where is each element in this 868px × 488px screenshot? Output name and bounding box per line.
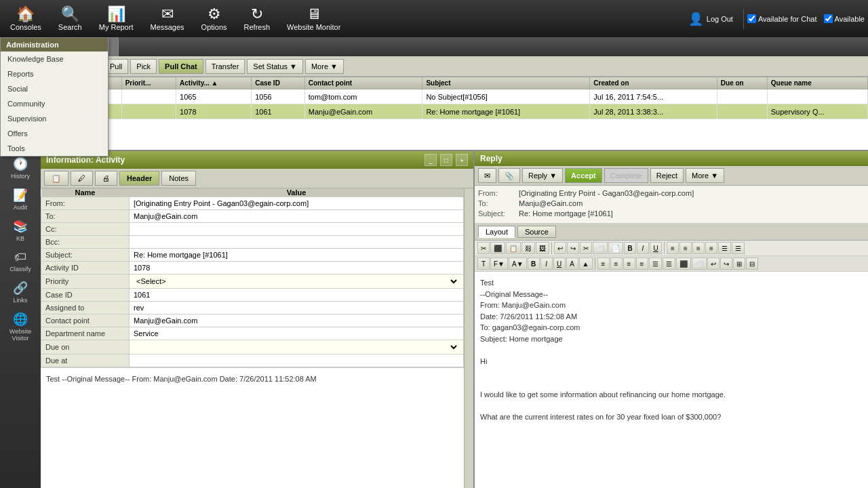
fmt-color[interactable]: A <box>566 258 578 270</box>
sidebar-item-website-visitor[interactable]: 🌐 Website Visitor <box>0 308 41 345</box>
nav-messages[interactable]: ✉ Messages <box>143 4 191 34</box>
pull-chat-button[interactable]: Pull Chat <box>159 59 203 74</box>
fmt-unorderlist[interactable]: ☰ <box>718 242 731 254</box>
fmt-alignleft[interactable]: ≡ <box>667 242 679 254</box>
fmt-redo[interactable]: ↪ <box>567 242 579 254</box>
available-for-chat-checkbox[interactable] <box>747 14 756 23</box>
nav-options[interactable]: ⚙ Options <box>195 4 234 34</box>
fmt-aligncenter[interactable]: ≡ <box>679 242 692 254</box>
value-dueat[interactable] <box>130 354 464 367</box>
fmt-T[interactable]: T <box>477 258 490 270</box>
value-cc[interactable] <box>130 223 464 236</box>
sidebar-item-kb[interactable]: 📚 KB <box>0 216 41 245</box>
fmt-a4[interactable]: ≡ <box>636 258 648 270</box>
menu-item-social[interactable]: Social <box>1 81 108 96</box>
nav-consoles[interactable]: 🏠 Consoles <box>3 4 48 34</box>
maximize-btn[interactable]: ▪ <box>456 154 468 166</box>
fmt-italic[interactable]: I <box>637 242 649 254</box>
fmt-paste[interactable]: 📋 <box>506 242 521 254</box>
sidebar-item-history[interactable]: 🕐 History <box>0 153 41 183</box>
fmt-bold2[interactable]: B <box>528 258 540 270</box>
nav-refresh[interactable]: ↻ Refresh <box>237 4 277 34</box>
tab-source[interactable]: Source <box>517 226 556 238</box>
reply-icon1[interactable]: ✉ <box>478 168 496 183</box>
menu-item-offers[interactable]: Offers <box>1 126 108 141</box>
transfer-button[interactable]: Transfer <box>205 59 245 74</box>
fmt-orderlist[interactable]: ☰ <box>732 242 745 254</box>
menu-item-supervision[interactable]: Supervision <box>1 111 108 126</box>
sidebar-item-audit[interactable]: 📝 Audit <box>0 184 41 214</box>
table-row[interactable]: 📧 1065 1056 tom@tom.com No Subject[#1056… <box>41 89 868 104</box>
btn-activity-icon3[interactable]: 🖨 <box>95 171 117 186</box>
sidebar-item-classify[interactable]: 🏷 Classify <box>0 247 41 276</box>
nav-search[interactable]: 🔍 Search <box>52 4 89 34</box>
fmt-highlight[interactable]: ▲ <box>579 258 593 270</box>
reply-icon2[interactable]: 📎 <box>498 168 520 183</box>
available-for-chat-label[interactable]: Available for Chat <box>747 14 817 23</box>
value-dueon[interactable] <box>130 340 464 354</box>
menu-item-community[interactable]: Community <box>1 96 108 111</box>
menu-item-knowledge-base[interactable]: Knowledge Base <box>1 52 108 66</box>
tab-layout[interactable]: Layout <box>478 226 515 238</box>
fmt-image[interactable]: 🖼 <box>536 242 549 254</box>
set-status-button[interactable]: Set Status ▼ <box>247 59 303 74</box>
fmt-cut2[interactable]: ✂ <box>580 242 592 254</box>
fmt-bold[interactable]: B <box>624 242 636 254</box>
menu-item-reports[interactable]: Reports <box>1 66 108 81</box>
value-priority[interactable]: <Select> <box>130 274 464 289</box>
reject-button[interactable]: Reject <box>650 168 684 183</box>
pick-button[interactable]: Pick <box>130 59 157 74</box>
btn-activity-icon2[interactable]: 🖊 <box>71 171 93 186</box>
fmt-scissors[interactable]: ✂ <box>477 242 490 254</box>
fmt-a3[interactable]: ≡ <box>623 258 635 270</box>
logout-button[interactable]: 👤 Log Out <box>682 9 740 29</box>
fmt-a7[interactable]: ⬛ <box>676 258 691 270</box>
fmt-a11[interactable]: ⊞ <box>733 258 745 270</box>
fmt-paste2[interactable]: 📄 <box>608 242 623 254</box>
nav-websitemonitor[interactable]: 🖥 Website Monitor <box>280 4 347 34</box>
nav-myreport[interactable]: 📊 My Report <box>92 4 140 34</box>
fmt-size[interactable]: A▼ <box>509 258 527 270</box>
fmt-chain[interactable]: ⛓ <box>521 242 535 254</box>
fmt-a8[interactable]: ⬜ <box>692 258 707 270</box>
col-activity[interactable]: Activity... ▲ <box>176 77 252 89</box>
priority-select[interactable]: <Select> <box>134 277 459 286</box>
more-button[interactable]: More ▼ <box>305 59 344 74</box>
tab-notes[interactable]: Notes <box>161 171 196 186</box>
col-created[interactable]: Created on <box>590 77 717 89</box>
fmt-a6[interactable]: ☰ <box>663 258 675 270</box>
restore-btn[interactable]: □ <box>440 154 452 166</box>
menu-item-tools[interactable]: Tools <box>1 141 108 156</box>
fmt-font[interactable]: F▼ <box>490 258 508 270</box>
col-caseid[interactable]: Case ID <box>252 77 305 89</box>
available-label[interactable]: Available <box>824 14 865 23</box>
tab-header[interactable]: Header <box>119 171 159 186</box>
activity-scrollbar[interactable] <box>464 188 473 488</box>
fmt-a1[interactable]: ≡ <box>597 258 610 270</box>
fmt-a12[interactable]: ⊟ <box>746 258 758 270</box>
fmt-copy[interactable]: ⬛ <box>490 242 505 254</box>
fmt-a10[interactable]: ↪ <box>720 258 732 270</box>
available-checkbox[interactable] <box>824 14 833 23</box>
fmt-italic2[interactable]: I <box>540 258 553 270</box>
fmt-a2[interactable]: ≡ <box>610 258 623 270</box>
editor-content[interactable]: Test --Original Message-- From: Manju@eG… <box>475 272 868 488</box>
fmt-a9[interactable]: ↩ <box>707 258 719 270</box>
fmt-alignright[interactable]: ≡ <box>692 242 705 254</box>
col-priority[interactable]: Priorit... <box>121 77 176 89</box>
minimize-btn[interactable]: _ <box>425 154 437 166</box>
reply-button[interactable]: Reply ▼ <box>522 168 563 183</box>
fmt-underline2[interactable]: U <box>553 258 566 270</box>
table-row[interactable]: 📧 1078 1061 Manju@eGain.com Re: Home mor… <box>41 104 868 119</box>
accept-button[interactable]: Accept <box>565 168 602 183</box>
dueon-select[interactable] <box>134 342 459 352</box>
more-reply-button[interactable]: More ▼ <box>686 168 724 183</box>
col-due[interactable]: Due on <box>717 77 767 89</box>
btn-activity-icon1[interactable]: 📋 <box>44 171 68 186</box>
col-subject[interactable]: Subject <box>422 77 590 89</box>
value-bcc[interactable] <box>130 236 464 249</box>
col-queue[interactable]: Queue name <box>767 77 867 89</box>
fmt-undo[interactable]: ↩ <box>554 242 566 254</box>
fmt-copy2[interactable]: ⬜ <box>593 242 608 254</box>
fmt-a5[interactable]: ☰ <box>649 258 662 270</box>
